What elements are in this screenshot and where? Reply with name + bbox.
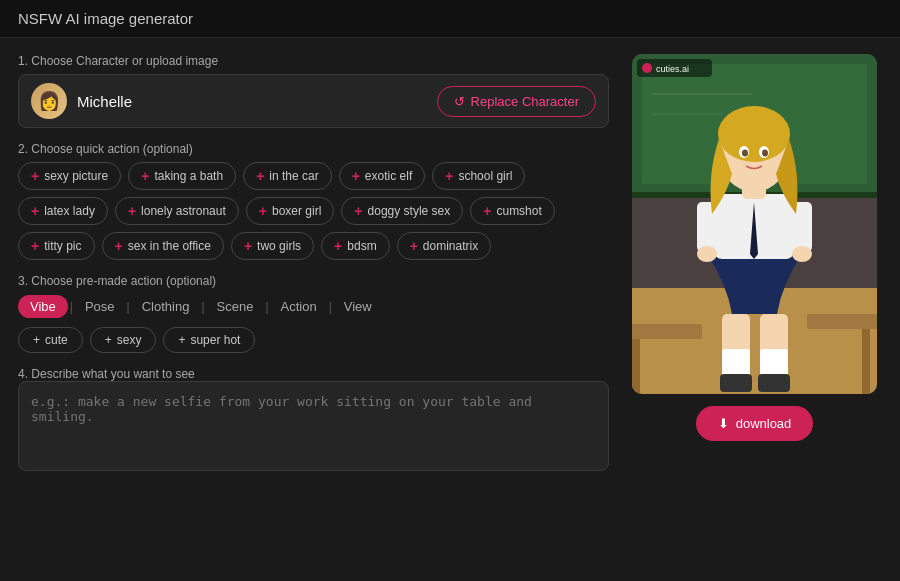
character-info: 👩 Michelle (31, 83, 132, 119)
left-panel: 1. Choose Character or upload image 👩 Mi… (18, 54, 609, 563)
svg-rect-8 (632, 324, 702, 339)
step2-label: 2. Choose quick action (optional) (18, 142, 609, 156)
svg-text:cuties.ai: cuties.ai (656, 64, 689, 74)
tag-two-girls[interactable]: +two girls (231, 232, 314, 260)
step4-label: 4. Describe what you want to see (18, 367, 609, 381)
tab-action[interactable]: Action (271, 294, 327, 319)
character-selector: 👩 Michelle ↺ Replace Character (18, 74, 609, 128)
plus-icon: + (33, 333, 40, 347)
step3-section: 3. Choose pre-made action (optional) Vib… (18, 274, 609, 353)
svg-point-26 (718, 106, 790, 162)
plus-icon: + (115, 238, 123, 254)
premade-tabs: Vibe | Pose | Clothing | Scene | Action … (18, 294, 609, 319)
tag-in-the-car[interactable]: +in the car (243, 162, 332, 190)
tag-titty-pic[interactable]: +titty pic (18, 232, 95, 260)
svg-rect-9 (632, 339, 640, 394)
tag-cumshot[interactable]: +cumshot (470, 197, 555, 225)
plus-icon: + (259, 203, 267, 219)
svg-point-29 (742, 150, 748, 157)
tag-doggy-style-sex[interactable]: +doggy style sex (341, 197, 463, 225)
right-panel: cuties.ai ⬇ download (627, 54, 882, 563)
app-title-bar: NSFW AI image generator (0, 0, 900, 38)
step3-label: 3. Choose pre-made action (optional) (18, 274, 609, 288)
tab-sep-1: | (68, 300, 75, 314)
plus-icon: + (244, 238, 252, 254)
vibe-tag-sexy[interactable]: +sexy (90, 327, 157, 353)
step1-label: 1. Choose Character or upload image (18, 54, 609, 68)
tab-view[interactable]: View (334, 294, 382, 319)
app-title: NSFW AI image generator (18, 10, 193, 27)
generated-image: cuties.ai (632, 54, 877, 394)
tag-boxer-girl[interactable]: +boxer girl (246, 197, 335, 225)
step4-section: 4. Describe what you want to see (18, 367, 609, 474)
plus-icon: + (178, 333, 185, 347)
replace-btn-label: Replace Character (471, 94, 579, 109)
plus-icon: + (352, 168, 360, 184)
step1-section: 1. Choose Character or upload image 👩 Mi… (18, 54, 609, 128)
tag-sexy-picture[interactable]: +sexy picture (18, 162, 121, 190)
tag-bdsm[interactable]: +bdsm (321, 232, 390, 260)
plus-icon: + (141, 168, 149, 184)
tag-school-girl[interactable]: +school girl (432, 162, 525, 190)
tab-pose[interactable]: Pose (75, 294, 125, 319)
plus-icon: + (31, 238, 39, 254)
step2-section: 2. Choose quick action (optional) +sexy … (18, 142, 609, 260)
svg-rect-17 (758, 374, 790, 392)
tag-exotic-elf[interactable]: +exotic elf (339, 162, 426, 190)
svg-rect-11 (862, 329, 870, 394)
download-btn-label: download (736, 416, 792, 431)
tab-sep-3: | (199, 300, 206, 314)
plus-icon: + (128, 203, 136, 219)
tag-taking-a-bath[interactable]: +taking a bath (128, 162, 236, 190)
svg-point-32 (642, 63, 652, 73)
download-button[interactable]: ⬇ download (696, 406, 814, 441)
svg-rect-10 (807, 314, 877, 329)
tag-dominatrix[interactable]: +dominatrix (397, 232, 492, 260)
vibe-tag-cute[interactable]: +cute (18, 327, 83, 353)
describe-textarea[interactable] (18, 381, 609, 471)
avatar: 👩 (31, 83, 67, 119)
tag-latex-lady[interactable]: +latex lady (18, 197, 108, 225)
tab-sep-2: | (125, 300, 132, 314)
svg-point-23 (792, 246, 812, 262)
vibe-tag-super-hot[interactable]: +super hot (163, 327, 255, 353)
vibe-tags: +cute +sexy +super hot (18, 327, 609, 353)
tab-sep-4: | (263, 300, 270, 314)
character-name: Michelle (77, 93, 132, 110)
plus-icon: + (445, 168, 453, 184)
svg-point-22 (697, 246, 717, 262)
quick-action-tags: +sexy picture +taking a bath +in the car… (18, 162, 609, 260)
tag-lonely-astronaut[interactable]: +lonely astronaut (115, 197, 239, 225)
tab-scene[interactable]: Scene (207, 294, 264, 319)
tab-sep-5: | (327, 300, 334, 314)
replace-icon: ↺ (454, 94, 465, 109)
tab-vibe[interactable]: Vibe (18, 295, 68, 318)
plus-icon: + (31, 203, 39, 219)
plus-icon: + (410, 238, 418, 254)
plus-icon: + (334, 238, 342, 254)
plus-icon: + (256, 168, 264, 184)
tab-clothing[interactable]: Clothing (132, 294, 200, 319)
svg-point-30 (762, 150, 768, 157)
tag-sex-in-the-office[interactable]: +sex in the office (102, 232, 224, 260)
download-icon: ⬇ (718, 416, 729, 431)
plus-icon: + (105, 333, 112, 347)
svg-rect-16 (720, 374, 752, 392)
plus-icon: + (483, 203, 491, 219)
plus-icon: + (31, 168, 39, 184)
replace-character-button[interactable]: ↺ Replace Character (437, 86, 596, 117)
plus-icon: + (354, 203, 362, 219)
